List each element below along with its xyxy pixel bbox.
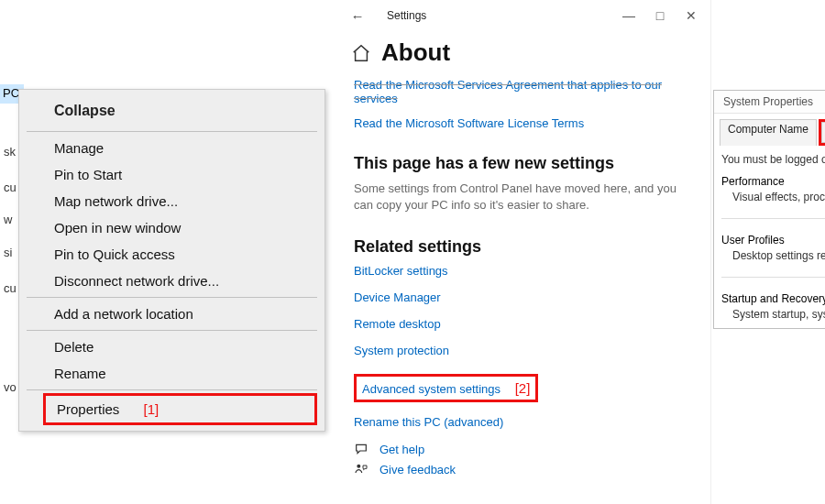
section-title-new-settings: This page has a few new settings [354, 154, 696, 173]
svg-point-0 [357, 465, 360, 468]
section-title-related: Related settings [354, 237, 696, 257]
tab-hardware[interactable]: Hardware [821, 122, 825, 143]
menu-separator [27, 389, 317, 390]
close-button[interactable]: ✕ [676, 8, 707, 23]
back-button[interactable]: ← [346, 8, 368, 24]
link-rename-pc[interactable]: Rename this PC (advanced) [354, 415, 696, 429]
sysprop-group-startup: Startup and Recovery System startup, sys… [721, 292, 825, 321]
sysprop-group-performance: Performance Visual effects, processor s [721, 175, 825, 203]
page-header: About [339, 31, 710, 76]
link-advanced-system-settings[interactable]: Advanced system settings [362, 382, 500, 396]
explorer-item-fragment: cu [4, 181, 16, 194]
annotation-box-2: Advanced system settings [2] [354, 374, 538, 402]
explorer-item-fragment: vo [4, 380, 16, 394]
group-head: Performance [721, 175, 825, 188]
sysprop-note: You must be logged on as a [721, 153, 825, 166]
group-desc: Desktop settings related to [721, 249, 825, 262]
explorer-item-fragment: cu [4, 281, 16, 295]
page-title: About [381, 38, 450, 67]
context-menu: Collapse Manage Pin to Start Map network… [18, 89, 325, 432]
explorer-item-fragment: sk [4, 145, 16, 159]
menu-separator [27, 330, 317, 331]
menu-separator [27, 131, 317, 132]
link-give-feedback[interactable]: Give feedback [380, 463, 456, 477]
context-menu-header[interactable]: Collapse [19, 95, 324, 128]
feedback-icon [354, 462, 368, 477]
menu-item-pin-quick-access[interactable]: Pin to Quick access [19, 241, 324, 268]
group-head: Startup and Recovery [721, 292, 825, 305]
system-properties-window: System Properties Computer Name Hardware… [713, 90, 825, 329]
link-system-protection[interactable]: System protection [354, 344, 696, 357]
menu-item-open-new-window[interactable]: Open in new window [19, 214, 324, 241]
sysprop-group-profiles: User Profiles Desktop settings related t… [721, 234, 825, 262]
maximize-button[interactable]: □ [644, 8, 676, 23]
group-desc: System startup, system fai [721, 308, 825, 321]
menu-item-label: Properties [57, 401, 119, 417]
tab-computer-name[interactable]: Computer Name [720, 119, 817, 146]
annotation-2: [2] [515, 380, 531, 396]
menu-item-add-network-location[interactable]: Add a network location [19, 301, 324, 327]
divider [721, 218, 825, 219]
link-get-help[interactable]: Get help [380, 443, 424, 456]
menu-item-rename[interactable]: Rename [19, 360, 324, 387]
explorer-item-fragment: w [4, 213, 12, 226]
menu-separator [27, 297, 317, 298]
link-bitlocker[interactable]: BitLocker settings [354, 264, 696, 278]
group-head: User Profiles [721, 234, 825, 247]
sysprop-tabs: Computer Name Hardware [714, 114, 825, 146]
link-license-terms[interactable]: Read the Microsoft Software License Term… [354, 116, 696, 130]
annotation-box-1: Properties [1] [43, 393, 317, 425]
menu-item-properties[interactable]: Properties [1] [46, 396, 314, 422]
annotation-1: [1] [144, 401, 160, 417]
window-titlebar: ← Settings — □ ✕ [339, 0, 710, 31]
link-services-agreement[interactable]: Read the Microsoft Services Agreement th… [354, 78, 696, 105]
give-feedback-row[interactable]: Give feedback [354, 462, 696, 477]
sysprop-title: System Properties [714, 91, 825, 114]
group-desc: Visual effects, processor s [721, 191, 825, 203]
window-title: Settings [387, 9, 426, 22]
annotation-box-tab: Hardware [819, 119, 825, 146]
explorer-item-fragment: si [4, 246, 12, 259]
link-remote-desktop[interactable]: Remote desktop [354, 317, 696, 331]
menu-item-disconnect-drive[interactable]: Disconnect network drive... [19, 268, 324, 294]
settings-window: ← Settings — □ ✕ About Read the Microsof… [339, 0, 711, 504]
menu-item-pin-start[interactable]: Pin to Start [19, 161, 324, 188]
section-desc-new-settings: Some settings from Control Panel have mo… [354, 181, 696, 214]
chat-icon [354, 442, 368, 456]
home-icon [350, 42, 372, 64]
menu-item-map-drive[interactable]: Map network drive... [19, 188, 324, 214]
menu-item-manage[interactable]: Manage [19, 135, 324, 161]
divider [721, 277, 825, 278]
menu-item-delete[interactable]: Delete [19, 334, 324, 360]
get-help-row[interactable]: Get help [354, 442, 696, 456]
link-device-manager[interactable]: Device Manager [354, 290, 696, 304]
minimize-button[interactable]: — [613, 8, 644, 23]
